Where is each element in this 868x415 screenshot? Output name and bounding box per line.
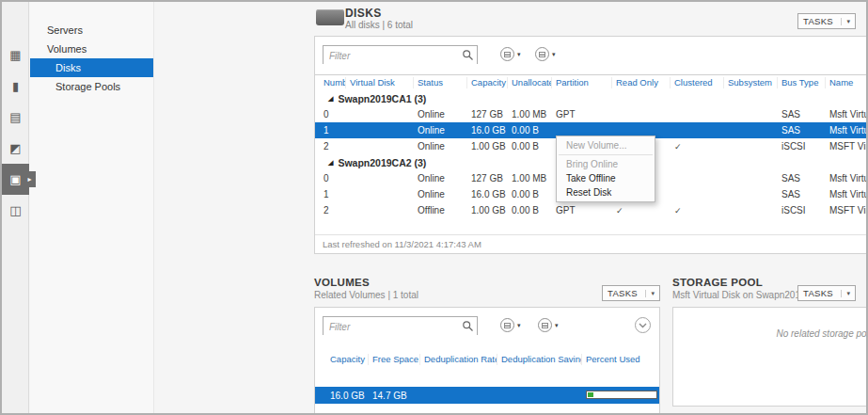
chevron-down-icon (639, 323, 647, 328)
cell-free-space: 14.7 GB (369, 391, 420, 401)
dashboard-icon: ▦ (9, 48, 21, 62)
grouping-circle-icon (535, 47, 549, 61)
local-server-icon: ▮ (12, 79, 19, 93)
column-header-read_only[interactable]: Read Only (612, 77, 671, 88)
cell-status: Online (414, 189, 467, 200)
disks-tasks-button[interactable]: TASKS ▾ (797, 13, 856, 29)
collapse-panel-button[interactable] (635, 317, 651, 333)
menu-item-bring-online: Bring Online (557, 157, 655, 171)
grouping-button[interactable]: ▾ (538, 318, 559, 332)
sidebar-item-storage-pools[interactable]: Storage Pools (30, 77, 153, 96)
rail-item-dashboard-icon[interactable]: ▦ (2, 40, 29, 71)
cell-unallocated: 1.00 MB (508, 109, 552, 120)
volumes-filter-input[interactable] (324, 319, 477, 336)
cell-capacity: 16.0 GB (467, 125, 508, 136)
volumes-column-headers: CapacityFree SpaceDeduplication RateDedu… (315, 351, 659, 367)
cell-percent-used (582, 391, 659, 401)
context-menu: New Volume...Bring OnlineTake OfflineRes… (556, 136, 655, 202)
cell-unallocated: 0.00 B (508, 205, 552, 215)
cell-clustered: ✓ (671, 206, 724, 215)
storage-pool-tasks-button[interactable]: TASKS ▾ (797, 285, 856, 301)
grouping-button[interactable]: ▾ (535, 47, 556, 61)
cell-name: Msft Virtual Disk (826, 125, 868, 136)
caret-down-icon: ▾ (645, 290, 655, 297)
cell-read_only: ✓ (612, 206, 671, 215)
cell-status: Online (414, 173, 467, 184)
last-refreshed: Last refreshed on 11/3/2021 4:17:43 AM (315, 234, 868, 253)
cell-bus_type: SAS (778, 173, 826, 184)
disks-filter-input[interactable] (324, 48, 477, 65)
column-header-status[interactable]: Status (414, 77, 467, 88)
cell-status: Offline (414, 205, 467, 215)
volumes-filter (323, 316, 478, 335)
cell-capacity: 127 GB (467, 173, 508, 184)
caret-down-icon: ▾ (841, 18, 850, 25)
sidebar-item-volumes[interactable]: Volumes (30, 40, 153, 58)
rail-item-storage-icon[interactable]: ◫ (2, 195, 29, 226)
column-header-name[interactable]: Name (826, 77, 868, 88)
volumes-tasks-button[interactable]: TASKS ▾ (602, 285, 660, 301)
disk-row[interactable]: 0Online127 GB1.00 MBGPTSASMsft Virtual D… (315, 106, 868, 122)
column-header-virtual_disk[interactable]: Virtual Disk (346, 77, 414, 88)
sidebar-item-servers[interactable]: Servers (30, 21, 153, 40)
rail-item-file-and-storage-services-icon[interactable]: ▣▸ (2, 164, 29, 195)
menu-item-reset-disk[interactable]: Reset Disk (557, 185, 655, 200)
column-header-dedup_rate[interactable]: Deduplication Rate (420, 354, 497, 365)
cell-number: 0 (320, 173, 346, 184)
column-header-capacity[interactable]: Capacity (467, 77, 508, 88)
services-icon: ◩ (9, 141, 21, 155)
sidebar-item-disks[interactable]: Disks (30, 58, 153, 77)
all-servers-icon: ▤ (9, 110, 21, 124)
column-header-unallocated[interactable]: Unallocated (508, 77, 552, 88)
column-header-partition[interactable]: Partition (552, 77, 612, 88)
group-expanded-icon[interactable]: ◢ (328, 159, 333, 167)
caret-down-icon: ▾ (517, 322, 521, 329)
disk-drive-icon (316, 9, 344, 25)
rail-item-all-servers-icon[interactable]: ▤ (2, 102, 29, 133)
percent-used-fill (588, 392, 593, 397)
cell-bus_type: iSCSI (778, 205, 826, 215)
rail-item-services-icon[interactable]: ◩ (2, 133, 29, 164)
expand-arrow-icon[interactable]: ▸ (24, 171, 36, 187)
disks-page-title: DISKS (345, 7, 382, 20)
menu-item-take-offline[interactable]: Take Offline (557, 171, 655, 185)
column-header-dedup_savings[interactable]: Deduplication Savings (497, 354, 582, 365)
cell-unallocated: 0.00 B (508, 141, 552, 152)
volume-row[interactable]: 16.0 GB14.7 GB (315, 387, 659, 404)
cell-number: 2 (320, 205, 346, 215)
volumes-subtitle: Related Volumes | 1 total (314, 290, 418, 300)
column-header-subsystem[interactable]: Subsystem (724, 77, 778, 88)
column-header-percent_used[interactable]: Percent Used (582, 354, 659, 365)
cell-capacity: 127 GB (467, 109, 508, 120)
cell-bus_type: SAS (778, 109, 826, 120)
cell-name: MSFT Virtual HD (826, 141, 868, 152)
storage-pool-title: STORAGE POOL (672, 277, 763, 288)
tasks-label: TASKS (803, 16, 837, 26)
column-header-bus_type[interactable]: Bus Type (778, 77, 826, 88)
file-and-storage-services-icon: ▣ (9, 172, 21, 186)
grouping-circle-icon (538, 318, 552, 332)
storage-pool-empty-message: No related storage pool exists. (673, 328, 868, 339)
cell-capacity: 16.0 GB (326, 391, 369, 401)
cell-bus_type: SAS (778, 189, 826, 200)
volumes-panel: ▾ ▾ CapacityFree SpaceDeduplication Rate… (314, 307, 660, 415)
column-header-capacity[interactable]: Capacity (326, 354, 369, 365)
rail-item-local-server-icon[interactable]: ▮ (2, 71, 29, 102)
column-header-number[interactable]: Number (320, 77, 346, 88)
cell-unallocated: 0.00 B (508, 125, 552, 136)
tasks-label: TASKS (608, 288, 641, 298)
disk-row[interactable]: 2Offline1.00 GB0.00 BGPT✓✓iSCSIMSFT Virt… (315, 202, 868, 218)
volumes-title: VOLUMES (314, 277, 370, 288)
saved-filters-button[interactable]: ▾ (500, 47, 521, 61)
column-header-free_space[interactable]: Free Space (369, 354, 420, 365)
menu-separator (559, 154, 653, 155)
cell-unallocated: 0.00 B (508, 189, 552, 200)
cell-status: Online (414, 109, 467, 120)
filter-circle-icon (500, 318, 514, 332)
saved-filters-button[interactable]: ▾ (500, 318, 521, 332)
caret-down-icon: ▾ (552, 51, 556, 58)
column-header-clustered[interactable]: Clustered (671, 77, 724, 88)
cell-number: 1 (320, 189, 346, 200)
disk-group-row[interactable]: ◢Swapn2019CA1 (3) (315, 90, 868, 106)
group-expanded-icon[interactable]: ◢ (328, 95, 333, 103)
